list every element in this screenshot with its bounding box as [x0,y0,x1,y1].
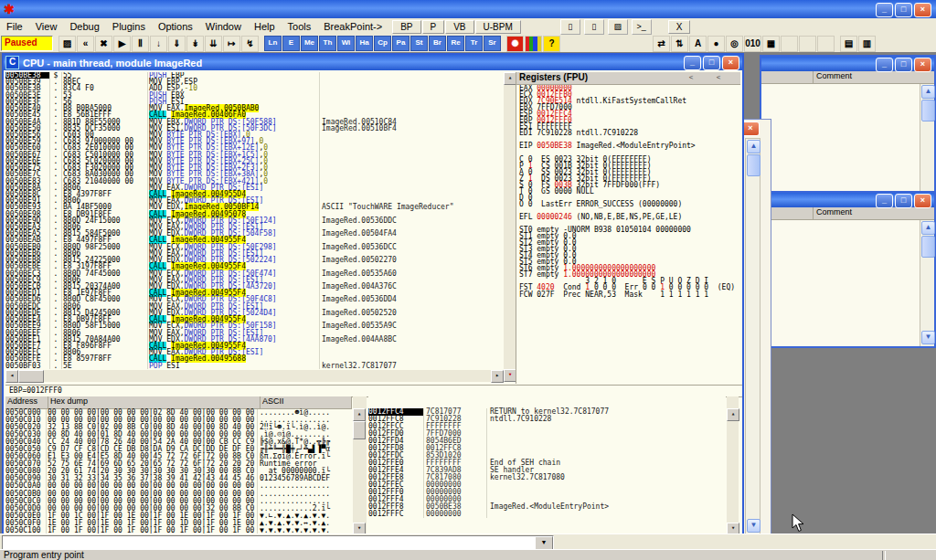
scroll-up-icon[interactable]: ▲ [921,221,935,235]
maximize-button[interactable]: □ [703,56,720,70]
disasm-vscrollbar[interactable]: ▴ ▾ [504,72,516,382]
toolbar-icon-button[interactable]: « [77,36,94,52]
empty-button[interactable] [799,36,816,52]
toolbar-icon-button[interactable]: Ⅱ [132,36,149,52]
menu-item[interactable]: Options [152,19,199,34]
minimize-button[interactable]: _ [876,194,893,208]
plugin-button[interactable]: BP [392,20,420,34]
disasm-hscrollbar[interactable]: ◂ ▸ [5,370,504,382]
list-toolbar-button[interactable]: ▥ [858,36,876,52]
register-row[interactable]: O 0 LastErr ERROR_SUCCESS (00000000) [516,201,740,207]
dump-pane[interactable]: Address Hex dump ASCII 0050C00000 00 00 … [5,396,352,535]
scroll-up-icon[interactable]: ▴ [504,72,516,85]
disasm-row[interactable]: 0050BE3E.53PUSH EBX [5,92,504,99]
menu-icon-button[interactable]: ▨ [608,19,628,35]
plugin-toolbar-button[interactable]: ▦ [762,36,780,52]
register-row[interactable]: EDI 7C910228 ntdll.7C910228 [516,130,740,136]
menu-item[interactable]: View [29,19,64,34]
help-button[interactable]: ? [543,36,560,52]
toolbar-icon-button[interactable]: ↯ [241,36,259,52]
menu-item[interactable]: File [0,19,29,34]
menu-item[interactable]: Debug [63,19,105,34]
plugin-button[interactable]: P [422,20,445,34]
close-button[interactable]: × [914,58,931,72]
empty-button[interactable] [781,36,798,52]
pane-button[interactable]: Br [429,36,446,51]
plugin-toolbar-button[interactable]: ⇄ [653,36,670,52]
dump-vscrollbar[interactable]: ▴ ▾ [353,396,367,535]
empty-button[interactable] [817,36,835,52]
stack-row[interactable]: 0012FFC87C910228ntdll.7C910228 [368,416,726,423]
scroll-left-icon[interactable]: ◂ [5,370,18,383]
stack-vscrollbar[interactable]: ▴ ▾ [727,396,739,535]
scroll-down-icon[interactable]: ▼ [747,519,760,533]
toolbar-icon-button[interactable]: ▶ [113,36,131,52]
menu-item[interactable]: Help [248,19,282,34]
minimize-button[interactable]: _ [684,56,701,70]
pane-button[interactable]: Me [301,36,318,51]
scroll-right-icon[interactable]: ▸ [491,370,504,383]
stack-row[interactable]: 0012FFF000000000 [368,489,726,496]
stack-row[interactable]: 0012FFD48054B6ED [368,438,726,445]
toolbar-icon-button[interactable]: ✖ [95,36,112,52]
close-button[interactable]: × [914,194,931,208]
pane-button[interactable]: Th [319,36,336,51]
stack-row[interactable]: 0012FFD07FFD7000 [368,430,726,438]
appearance-button[interactable]: ■ [525,36,542,52]
plugin-close-button[interactable]: X [668,20,691,34]
pane-button[interactable]: Pa [392,36,410,51]
scroll-thumb[interactable] [18,370,44,383]
plugin-toolbar-button[interactable]: ● [707,36,725,52]
scroll-thumb[interactable] [353,421,366,439]
scroll-down-icon[interactable]: ▼ [921,331,935,344]
maximize-button[interactable]: □ [895,58,912,72]
scroll-thumb[interactable] [747,154,760,176]
menu-item[interactable]: Window [199,19,248,34]
command-input[interactable] [3,536,535,550]
stack-row[interactable]: 0012FFE0FFFFFFFFEnd of SEH chain [368,460,726,467]
toolbar-icon-button[interactable]: ↡ [186,36,204,52]
menu-icon-button[interactable]: >_ [632,19,652,35]
plugin-toolbar-button[interactable]: ◎ [726,36,743,52]
disasm-row[interactable]: 0050BF03.5EPOP ESIkernel32.7C817077 [5,363,504,369]
pane-button[interactable]: Cp [374,36,391,51]
close-button[interactable]: × [741,122,760,136]
scrollbar[interactable]: ▲ ▼ [920,220,934,346]
menu-icon-button[interactable]: ▯ [584,19,604,35]
scrollbar[interactable]: ▲ [920,84,934,200]
toolbar-icon-button[interactable]: ↦ [223,36,240,52]
menu-item[interactable]: Plugins [106,19,152,34]
scroll-up-icon[interactable]: ▴ [353,408,366,421]
scroll-up-icon[interactable]: ▴ [727,408,739,421]
register-row[interactable]: FCW 027F Prec NEAR,53 Mask 1 1 1 1 1 1 [516,291,740,298]
minimize-button[interactable]: _ [876,3,893,17]
maximize-button[interactable]: □ [895,3,912,17]
scroll-up-icon[interactable]: ▲ [921,85,935,99]
pane-button[interactable]: St [410,36,428,51]
minimize-button[interactable]: _ [876,58,893,72]
scroll-down-icon[interactable]: ▾ [504,369,516,382]
toolbar-icon-button[interactable]: ⇓ [168,36,186,52]
plugin-toolbar-button[interactable]: ⇅ [671,36,688,52]
cpu-titlebar[interactable]: C CPU - main thread, module ImageRed _ □… [4,55,742,70]
close-button[interactable]: × [914,3,931,17]
disassembly-pane[interactable]: 0050BE38$55PUSH EBP 0050BE39.8BECMOV EBP… [5,72,504,369]
options-gear-button[interactable]: ✺ [506,36,524,52]
toolbar-icon-button[interactable]: ⇊ [205,36,222,52]
stack-row[interactable]: 0012FFCCFFFFFFFF [368,423,726,430]
disasm-row[interactable]: 0050BEFE.E8 8597F8FFCALL ImageRed.004956… [5,355,504,362]
register-row[interactable]: EIP 0050BE38 ImageRed.<ModuleEntryPoint> [516,143,740,149]
menu-item[interactable]: BreakPoint-> [317,19,388,34]
registers-prev-button[interactable]: < [684,73,698,82]
pane-button[interactable]: Sr [484,36,501,51]
register-row[interactable]: T 0 GS 0000 NULL [516,188,740,195]
menu-item[interactable]: Tools [282,19,318,34]
pane-button[interactable]: Tr [465,36,483,51]
stack-row[interactable]: 0012FFEC00000000 [368,481,726,489]
disasm-row[interactable]: 0050BE3B.83C4 F0ADD ESP,-10 [5,85,504,91]
menu-icon-button[interactable]: ▯ [560,19,580,35]
pane-button[interactable]: Re [447,36,464,51]
maximize-button[interactable]: □ [895,194,912,208]
dropdown-arrow-icon[interactable]: ▼ [535,536,553,550]
stack-row[interactable]: 0012FFD80012FFC8 [368,445,726,452]
